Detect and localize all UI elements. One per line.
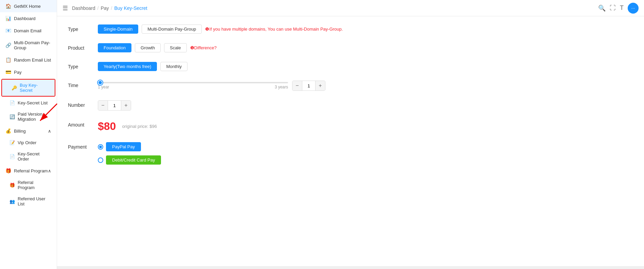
quantity-stepper: − 1 + [98,100,131,111]
chevron-up-icon: ∧ [48,129,51,134]
payment-label: Payment [68,142,92,150]
billing-type-label: Type [68,62,92,69]
product-row: Product Foundation Growth Scale ❶Differe… [68,43,633,52]
main-wrapper: ☰ Dashboard / Pay / Buy Key-Secret 🔍 ⛶ T… [57,0,644,269]
avatar[interactable]: ··· [628,3,639,14]
migration-icon: 🔄 [10,114,15,119]
breadcrumb: Dashboard / Pay / Buy Key-Secret [72,5,147,11]
type-row: Type Single-Domain Multi-Domain Pay-Grou… [68,24,633,34]
translate-icon[interactable]: T [620,4,624,12]
sidebar-item-key-secret-list[interactable]: 📄 Key-Secret List [0,97,57,108]
key-icon: 🔑 [12,85,17,90]
referral-icon: 🎁 [5,168,11,173]
menu-icon[interactable]: ☰ [62,4,68,12]
breadcrumb-dashboard[interactable]: Dashboard [72,5,95,11]
difference-link[interactable]: ❶Difference? [190,45,217,50]
monthly-button[interactable]: Monthly [160,62,187,71]
dashboard-icon: 📊 [5,16,11,21]
paypal-radio[interactable] [98,144,103,150]
search-icon[interactable]: 🔍 [598,4,606,12]
gift-icon: 🎁 [10,183,15,188]
sidebar-item-referral-program[interactable]: 🎁 Referral Program ∧ [0,165,57,177]
quantity-decrement-button[interactable]: − [98,101,108,110]
card-radio[interactable] [98,157,103,163]
slider-container: 1 year 3 years − + [98,81,325,91]
number-row: Number − 1 + [68,100,633,111]
users-icon: 👥 [10,199,15,204]
foundation-button[interactable]: Foundation [98,43,131,52]
billing-type-row: Type Yearly(Two months free) Monthly [68,62,633,71]
order-icon: 📝 [10,140,15,145]
type-label: Type [68,24,92,32]
amount-label: Amount [68,120,92,128]
slider-label-right: 3 years [275,85,288,89]
product-content: Foundation Growth Scale ❶Difference? [98,43,217,52]
product-label: Product [68,43,92,51]
slider-labels: 1 year 3 years [98,85,288,89]
key-order-icon: 📄 [10,154,15,159]
sidebar-item-getmx-home[interactable]: 🏠 GetMX Home [0,0,57,12]
payment-options: PayPal Pay Debit/Credit Card Pay [98,142,161,169]
billing-icon: 💰 [5,128,11,134]
yearly-button[interactable]: Yearly(Two months free) [98,62,157,71]
sidebar-item-pay[interactable]: 💳 Pay [0,66,57,78]
sidebar-item-referred-user-list[interactable]: 👥 Referred User List [0,193,57,209]
sidebar-item-billing[interactable]: 💰 Billing ∧ [0,125,57,137]
growth-button[interactable]: Growth [135,43,161,52]
single-domain-button[interactable]: Single-Domain [98,24,138,34]
time-number-input: − + [292,81,325,91]
sidebar: 🏠 GetMX Home 📊 Dashboard 📧 Domain Email … [0,0,57,269]
sidebar-item-vip-order[interactable]: 📝 Vip Order [0,137,57,148]
paypal-option[interactable]: PayPal Pay [98,142,161,151]
time-label: Time [68,81,92,88]
time-value-input[interactable] [302,81,316,90]
sidebar-item-domain-email[interactable]: 📧 Domain Email [0,24,57,37]
amount-price: $80 [98,120,116,133]
email-icon: 📧 [5,28,11,33]
type-content: Single-Domain Multi-Domain Pay-Group ❶If… [98,24,343,34]
chevron-up-icon-2: ∧ [48,168,51,173]
sidebar-item-random-email[interactable]: 📋 Random Email List [0,54,57,66]
breadcrumb-buy-key-secret: Buy Key-Secret [114,5,147,11]
time-increment-button[interactable]: + [316,81,325,90]
home-icon: 🏠 [5,3,11,9]
quantity-value-input[interactable]: 1 [108,101,121,110]
sidebar-item-multi-domain[interactable]: 🔗 Multi-Domain Pay-Group [0,37,57,54]
amount-original-price: original price: $96 [122,124,157,129]
payment-row: Payment PayPal Pay Debit/Credit Card Pay [68,142,633,169]
sidebar-item-buy-key-secret[interactable]: 🔑 Buy Key-Secret [2,80,55,96]
card-pay-button[interactable]: Debit/Credit Card Pay [106,155,161,165]
number-label: Number [68,100,92,108]
sidebar-item-key-secret-order[interactable]: 📄 Key-Secret Order [0,148,57,165]
link-icon: 🔗 [5,43,11,48]
amount-row: Amount $80 original price: $96 [68,120,633,133]
sidebar-item-dashboard[interactable]: 📊 Dashboard [0,12,57,24]
paypal-pay-button[interactable]: PayPal Pay [106,142,141,151]
file-icon: 📄 [10,100,15,105]
sidebar-item-referral-program-sub[interactable]: 🎁 Referral Program [0,177,57,193]
billing-type-content: Yearly(Two months free) Monthly [98,62,187,71]
card-option[interactable]: Debit/Credit Card Pay [98,155,161,165]
fullscreen-icon[interactable]: ⛶ [610,4,616,12]
multi-domain-info: ❶If you have multiple domains, You can u… [205,27,343,32]
scale-button[interactable]: Scale [164,43,187,52]
slider-wrapper: 1 year 3 years [98,82,288,89]
list-icon: 📋 [5,57,11,63]
multi-domain-button[interactable]: Multi-Domain Pay-Group [142,24,202,34]
sidebar-item-paid-version-migration[interactable]: 🔄 Paid Version Migration [0,108,57,125]
time-row: Time 1 year 3 years − + [68,81,633,91]
main-content: Type Single-Domain Multi-Domain Pay-Grou… [57,16,644,266]
time-decrement-button[interactable]: − [292,81,302,90]
header-icons: 🔍 ⛶ T ··· [598,3,639,14]
time-slider[interactable] [98,82,288,83]
header: ☰ Dashboard / Pay / Buy Key-Secret 🔍 ⛶ T… [57,0,644,16]
slider-label-left: 1 year [98,85,109,89]
pay-icon: 💳 [5,69,11,75]
breadcrumb-pay[interactable]: Pay [101,5,109,11]
amount-content: $80 original price: $96 [98,120,157,133]
quantity-increment-button[interactable]: + [121,101,131,110]
bottom-divider [57,266,644,269]
sidebar-highlight-box: 🔑 Buy Key-Secret [1,79,55,97]
